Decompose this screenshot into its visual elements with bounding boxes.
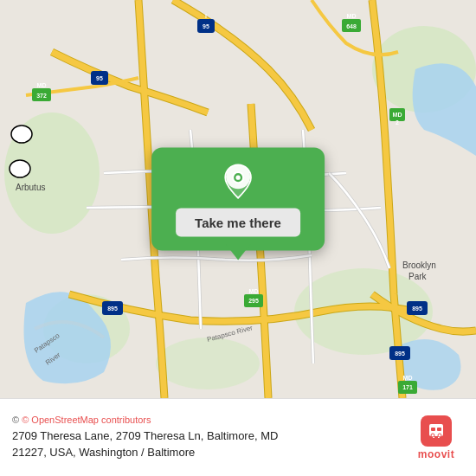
svg-text:MD: MD xyxy=(347,13,357,19)
svg-text:MD: MD xyxy=(393,112,402,118)
svg-point-50 xyxy=(438,434,441,437)
info-text-block: © © OpenStreetMap contributors 2709 Ther… xyxy=(12,415,398,460)
map-card: Take me there xyxy=(151,148,325,251)
svg-text:Brooklyn: Brooklyn xyxy=(402,261,436,270)
svg-text:171: 171 xyxy=(402,384,413,390)
address-line2: 21227, USA, Washington / Baltimore xyxy=(12,446,195,459)
svg-text:895: 895 xyxy=(412,306,422,312)
copyright-symbol: © xyxy=(12,415,22,425)
svg-rect-48 xyxy=(437,428,441,431)
svg-text:95: 95 xyxy=(203,23,209,29)
svg-text:US: US xyxy=(17,127,26,133)
svg-text:Park: Park xyxy=(408,272,428,281)
svg-rect-47 xyxy=(431,428,435,431)
button-overlay: Take me there xyxy=(151,148,325,251)
moovit-logo: moovit xyxy=(408,415,464,460)
svg-text:1: 1 xyxy=(20,134,23,140)
svg-text:MD: MD xyxy=(403,375,413,381)
address-line1: 2709 Theresa Lane, 2709 Theresa Ln, Balt… xyxy=(12,429,278,442)
moovit-bus-icon xyxy=(426,421,447,441)
svg-text:648: 648 xyxy=(346,23,357,29)
svg-text:MD: MD xyxy=(37,82,47,88)
svg-text:895: 895 xyxy=(395,351,405,357)
svg-text:US: US xyxy=(16,162,24,168)
map-container: 95 I 95 895 895 US 1 US 1 372 MD 648 MD … xyxy=(0,0,476,398)
svg-point-49 xyxy=(431,434,434,437)
svg-text:Arbutus: Arbutus xyxy=(16,183,45,192)
svg-text:895: 895 xyxy=(107,306,118,312)
svg-point-5 xyxy=(156,338,260,389)
moovit-icon xyxy=(421,415,452,447)
location-pin-icon xyxy=(220,164,256,200)
svg-text:295: 295 xyxy=(248,298,259,304)
address-text: 2709 Theresa Lane, 2709 Theresa Ln, Balt… xyxy=(12,428,398,460)
svg-text:1: 1 xyxy=(18,169,22,175)
osm-credit: © © OpenStreetMap contributors xyxy=(12,415,398,425)
take-me-there-button[interactable]: Take me there xyxy=(176,209,300,237)
svg-text:95: 95 xyxy=(96,75,103,81)
svg-point-46 xyxy=(235,176,240,180)
svg-text:MD: MD xyxy=(249,288,259,294)
svg-text:I: I xyxy=(205,13,207,19)
osm-link[interactable]: © OpenStreetMap contributors xyxy=(22,415,151,425)
moovit-label: moovit xyxy=(418,448,454,460)
svg-text:2: 2 xyxy=(396,119,399,125)
info-bar: © © OpenStreetMap contributors 2709 Ther… xyxy=(0,398,476,476)
svg-text:372: 372 xyxy=(36,93,47,99)
